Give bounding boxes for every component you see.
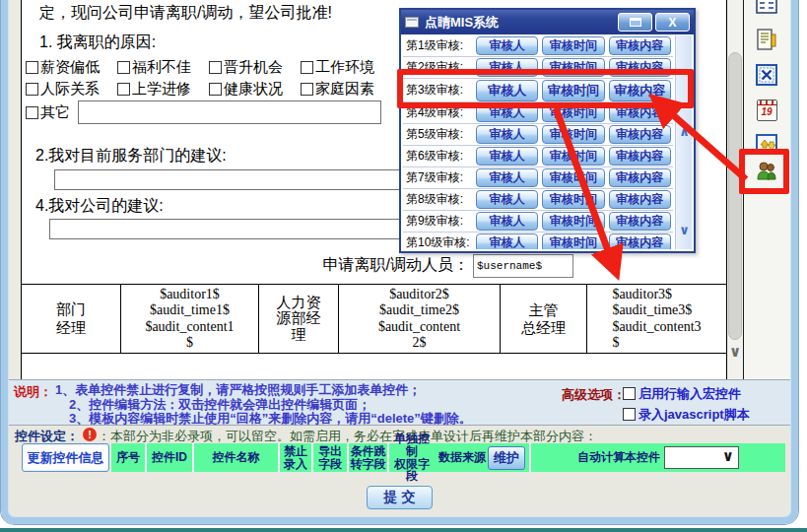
auditor-button[interactable]: 审核人 (476, 125, 538, 144)
toolbar-column-header: 导出 字段 (313, 443, 347, 472)
chevron-down-icon: ∨ (722, 448, 734, 464)
reason-option: 健康状况 (209, 80, 301, 99)
auditor-button[interactable]: 审核人 (476, 147, 538, 166)
auditor-button[interactable]: 审核人 (476, 168, 538, 187)
instruction-line: 1、表单控件禁止进行复制，请严格按照规则手工添加表单控件； (55, 383, 472, 398)
audit-time-button[interactable]: 审核时间 (542, 168, 604, 187)
restore-button[interactable] (618, 13, 652, 32)
table-cell-general-manager: 主管 总经理 (500, 285, 586, 353)
audit-content-button[interactable]: 审核内容 (609, 58, 671, 77)
delete-x-icon[interactable] (755, 63, 778, 87)
reason-option: 人际关系 (26, 80, 117, 99)
scroll-down-icon[interactable]: ∨ (676, 223, 693, 237)
autocalc-cell: 自动计算本控件 ∨ (531, 443, 785, 472)
audit-level-row: 第5级审核:审核人审核时间审核内容 (403, 124, 673, 146)
auditor-button[interactable]: 审核人 (476, 103, 538, 122)
reason-checkbox[interactable] (26, 61, 38, 74)
auditor-button[interactable]: 审核人 (476, 58, 538, 77)
advanced-option-checkbox[interactable] (623, 408, 636, 421)
audit-time-button[interactable]: 审核时间 (542, 190, 604, 209)
reason-label: 晋升机会 (224, 58, 283, 77)
auditor-button[interactable]: 审核人 (476, 80, 538, 101)
dialog-titlebar[interactable]: 点睛MIS系统 X (401, 10, 694, 34)
list-icon[interactable] (755, 0, 778, 15)
autocalc-select[interactable]: ∨ (664, 446, 739, 469)
audit-time-button[interactable]: 审核时间 (542, 103, 604, 122)
instruction-line: 3、模板内容编辑时禁止使用“回格”来删除内容，请用“delete”键删除。 (55, 412, 472, 427)
auditor-button[interactable]: 审核人 (476, 212, 538, 231)
reason-option: 上学进修 (117, 80, 209, 99)
close-button[interactable]: X (655, 13, 690, 32)
instructions-label: 说明： (14, 383, 52, 401)
import-icon[interactable] (755, 132, 778, 156)
department-suggestion-input[interactable] (54, 169, 415, 190)
editor-scrollbar[interactable]: ∨ (727, 0, 743, 379)
audit-time-button[interactable]: 审核时间 (542, 36, 604, 55)
calendar-day: 19 (758, 106, 776, 117)
audit-level-row: 第8级审核:审核人审核时间审核内容 (403, 189, 673, 211)
update-controls-button[interactable]: 更新控件信息 (22, 443, 109, 472)
dialog-title: 点睛MIS系统 (425, 14, 615, 32)
audit-time-button[interactable]: 审核时间 (542, 58, 604, 77)
audit-content-button[interactable]: 审核内容 (609, 147, 671, 166)
reason-checkbox[interactable] (209, 83, 222, 96)
audit-content-button[interactable]: 审核内容 (609, 190, 671, 209)
audit-content-button[interactable]: 审核内容 (609, 103, 671, 122)
scrollbar-down-icon[interactable]: ∨ (727, 343, 743, 361)
mis-dialog: 点睛MIS系统 X 第1级审核:审核人审核时间审核内容第2级审核:审核人审核时间… (399, 8, 696, 253)
question-1-label: 1. 我离职的原因: (39, 33, 156, 53)
auditor-button[interactable]: 审核人 (476, 36, 538, 55)
reason-label: 福利不佳 (132, 58, 191, 77)
instructions-panel: 说明： 1、表单控件禁止进行复制，请严格按照规则手工添加表单控件；2、控件编辑方… (8, 379, 791, 426)
audit-time-button[interactable]: 审核时间 (542, 125, 604, 144)
other-checkbox[interactable] (26, 106, 38, 119)
reason-checkbox-row-1: 薪资偏低福利不佳晋升机会工作环境 (26, 58, 392, 77)
scroll-up-icon[interactable]: ∧ (676, 124, 693, 139)
intro-text: 定，现问公司申请离职/调动，望公司批准! (39, 3, 332, 24)
maintain-button[interactable]: 维护 (488, 446, 525, 470)
reason-checkbox[interactable] (26, 83, 38, 96)
document-edit-icon[interactable] (755, 28, 778, 51)
audit-level-row: 第10级审核:审核人审核时间审核内容 (403, 233, 673, 249)
toolbar-column-header: 条件跳 转字段 (349, 443, 387, 472)
other-reason-row: 其它 (26, 100, 381, 124)
audit-level-label: 第9级审核: (403, 213, 474, 230)
reason-label: 工作环境 (315, 58, 374, 77)
calendar-icon[interactable]: 19 (755, 99, 778, 122)
applicant-label: 申请离职/调动人员： (323, 256, 469, 273)
submit-button[interactable]: 提 交 (367, 486, 433, 509)
advanced-option-label: 录入javascript脚本 (639, 406, 750, 424)
dialog-scrollbar[interactable]: ∧ ∨ (675, 35, 692, 249)
audit-content-button[interactable]: 审核内容 (609, 233, 671, 249)
other-reason-input[interactable] (78, 100, 381, 124)
reason-checkbox[interactable] (117, 83, 130, 96)
audit-content-button[interactable]: 审核内容 (609, 168, 671, 187)
scrollbar-thumb[interactable] (728, 52, 742, 340)
audit-content-button[interactable]: 审核内容 (609, 36, 671, 55)
reason-option: 晋升机会 (209, 58, 301, 77)
users-icon[interactable] (755, 160, 778, 183)
audit-content-button[interactable]: 审核内容 (609, 80, 671, 101)
window-icon (405, 17, 419, 28)
reason-checkbox[interactable] (117, 61, 130, 74)
advanced-option-checkbox[interactable] (623, 387, 636, 400)
auditor-button[interactable]: 审核人 (476, 190, 538, 209)
audit-level-row: 第9级审核:审核人审核时间审核内容 (403, 211, 673, 233)
reason-label: 薪资偏低 (40, 58, 100, 77)
audit-time-button[interactable]: 审核时间 (542, 212, 604, 231)
reason-option: 福利不佳 (117, 58, 209, 77)
audit-time-button[interactable]: 审核时间 (542, 147, 604, 166)
audit-time-button[interactable]: 审核时间 (542, 80, 604, 101)
page: 定，现问公司申请离职/调动，望公司批准! 1. 我离职的原因: 薪资偏低福利不佳… (0, 0, 807, 532)
audit-content-button[interactable]: 审核内容 (609, 212, 671, 231)
toolbar-columns: 序号控件ID控件名称禁止 录入导出 字段条件跳 转字段单独控制 权限字段 (111, 443, 435, 472)
applicant-username-input[interactable] (473, 254, 573, 278)
audit-time-button[interactable]: 审核时间 (542, 233, 604, 249)
reason-checkbox[interactable] (301, 61, 313, 74)
reason-checkbox[interactable] (209, 61, 222, 74)
audit-content-button[interactable]: 审核内容 (609, 125, 671, 144)
auditor-button[interactable]: 审核人 (476, 233, 538, 249)
reason-checkbox[interactable] (301, 83, 313, 96)
table-cell-dept-manager: 部门 经理 (22, 285, 120, 353)
company-suggestion-input[interactable] (49, 219, 415, 239)
